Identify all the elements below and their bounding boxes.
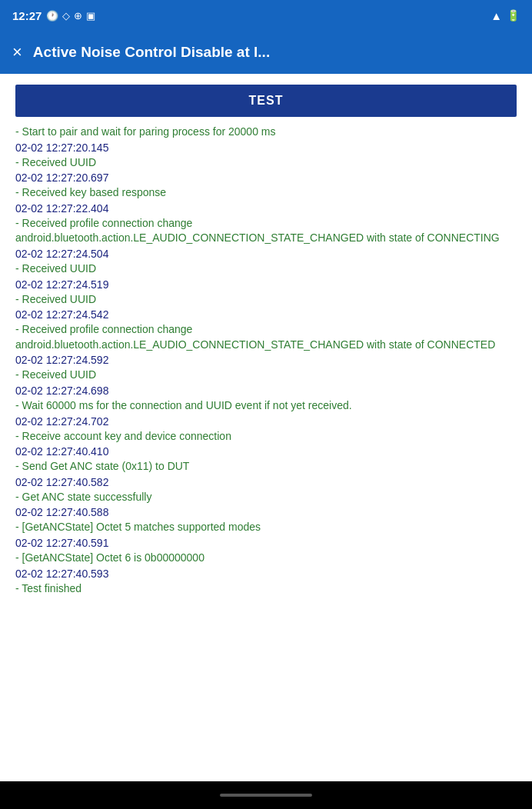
log-message: - Test finished <box>15 581 517 597</box>
log-entry: - Receive account key and device connect… <box>15 429 517 444</box>
log-entry: 02-02 12:27:20.145 <box>15 141 517 154</box>
log-message: - Received UUID <box>15 368 517 383</box>
log-entry: - Send Get ANC state (0x11) to DUT <box>15 459 517 474</box>
log-entry: 02-02 12:27:24.702 <box>15 415 517 428</box>
log-timestamp: 02-02 12:27:22.404 <box>15 202 517 215</box>
log-entry: 02-02 12:27:24.592 <box>15 354 517 366</box>
log-entry: - Get ANC state successfully <box>15 490 517 505</box>
log-timestamp: 02-02 12:27:40.591 <box>15 537 517 549</box>
log-message: - [GetANCState] Octet 6 is 0b00000000 <box>15 551 517 566</box>
log-entry: - Wait 60000 ms for the connection and U… <box>15 398 517 414</box>
screen-icon: ▣ <box>86 10 95 22</box>
log-timestamp: 02-02 12:27:40.582 <box>15 476 517 488</box>
log-entry: - [GetANCState] Octet 6 is 0b00000000 <box>15 551 517 566</box>
log-entry: - Test finished <box>15 581 517 597</box>
log-entry: 02-02 12:27:24.519 <box>15 278 517 291</box>
bottom-bar <box>0 781 532 809</box>
location-icon: ⊕ <box>74 10 82 22</box>
log-timestamp: 02-02 12:27:24.542 <box>15 308 517 321</box>
log-message: - Get ANC state successfully <box>15 490 517 505</box>
log-timestamp: 02-02 12:27:24.519 <box>15 278 517 291</box>
log-message: - Received profile connection change and… <box>15 322 517 352</box>
status-icons: 🕐 ◇ ⊕ ▣ <box>46 10 95 22</box>
log-container[interactable]: - Start to pair and wait for paring proc… <box>0 125 532 781</box>
log-message: - [GetANCState] Octet 5 matches supporte… <box>15 520 517 535</box>
log-entry: - Received profile connection change and… <box>15 322 517 352</box>
wifi-icon: ▲ <box>490 9 502 22</box>
log-entry: - Received key based response <box>15 185 517 201</box>
log-message: - Received key based response <box>15 185 517 201</box>
log-entry: - [GetANCState] Octet 5 matches supporte… <box>15 520 517 535</box>
log-entry: 02-02 12:27:40.588 <box>15 506 517 518</box>
log-message: - Received UUID <box>15 155 517 171</box>
log-timestamp: 02-02 12:27:24.698 <box>15 385 517 397</box>
phone-screen: 12:27 🕐 ◇ ⊕ ▣ ▲ 🔋 × Active Noise Control… <box>0 0 532 809</box>
close-button[interactable]: × <box>12 42 22 62</box>
log-entry: 02-02 12:27:22.404 <box>15 202 517 215</box>
log-entry: - Start to pair and wait for paring proc… <box>15 125 517 140</box>
log-message: - Wait 60000 ms for the connection and U… <box>15 398 517 414</box>
clock-icon: 🕐 <box>46 10 58 22</box>
main-content: TEST - Start to pair and wait for paring… <box>0 74 532 781</box>
status-bar-left: 12:27 🕐 ◇ ⊕ ▣ <box>12 9 95 22</box>
log-message: - Received profile connection change and… <box>15 216 517 246</box>
log-timestamp: 02-02 12:27:24.702 <box>15 415 517 428</box>
log-entry: - Received profile connection change and… <box>15 216 517 246</box>
page-title: Active Noise Control Disable at l... <box>33 44 520 61</box>
log-entry: - Received UUID <box>15 292 517 308</box>
log-message: - Received UUID <box>15 261 517 277</box>
log-timestamp: 02-02 12:27:20.697 <box>15 171 517 184</box>
log-message: - Received UUID <box>15 292 517 308</box>
log-message: - Start to pair and wait for paring proc… <box>15 125 517 140</box>
log-timestamp: 02-02 12:27:24.504 <box>15 248 517 260</box>
log-entry: 02-02 12:27:24.504 <box>15 248 517 260</box>
home-indicator <box>220 794 312 797</box>
log-entry: 02-02 12:27:24.542 <box>15 308 517 321</box>
log-entry: 02-02 12:27:24.698 <box>15 385 517 397</box>
signal-icon: ◇ <box>62 10 70 22</box>
log-entry: 02-02 12:27:40.591 <box>15 537 517 549</box>
log-entry: - Received UUID <box>15 155 517 171</box>
log-timestamp: 02-02 12:27:40.593 <box>15 568 517 580</box>
log-timestamp: 02-02 12:27:24.592 <box>15 354 517 366</box>
test-button[interactable]: TEST <box>15 85 517 117</box>
test-button-container: TEST <box>0 74 532 125</box>
log-timestamp: 02-02 12:27:20.145 <box>15 141 517 154</box>
log-entry: - Received UUID <box>15 261 517 277</box>
log-entry: - Received UUID <box>15 368 517 383</box>
status-time: 12:27 <box>12 9 42 22</box>
log-timestamp: 02-02 12:27:40.410 <box>15 445 517 458</box>
status-bar: 12:27 🕐 ◇ ⊕ ▣ ▲ 🔋 <box>0 0 532 31</box>
battery-icon: 🔋 <box>507 9 520 22</box>
log-entry: 02-02 12:27:20.697 <box>15 171 517 184</box>
log-entry: 02-02 12:27:40.582 <box>15 476 517 488</box>
status-bar-right: ▲ 🔋 <box>490 9 520 22</box>
log-entry: 02-02 12:27:40.410 <box>15 445 517 458</box>
log-message: - Receive account key and device connect… <box>15 429 517 444</box>
log-message: - Send Get ANC state (0x11) to DUT <box>15 459 517 474</box>
log-entry: 02-02 12:27:40.593 <box>15 568 517 580</box>
log-timestamp: 02-02 12:27:40.588 <box>15 506 517 518</box>
header: × Active Noise Control Disable at l... <box>0 31 532 74</box>
